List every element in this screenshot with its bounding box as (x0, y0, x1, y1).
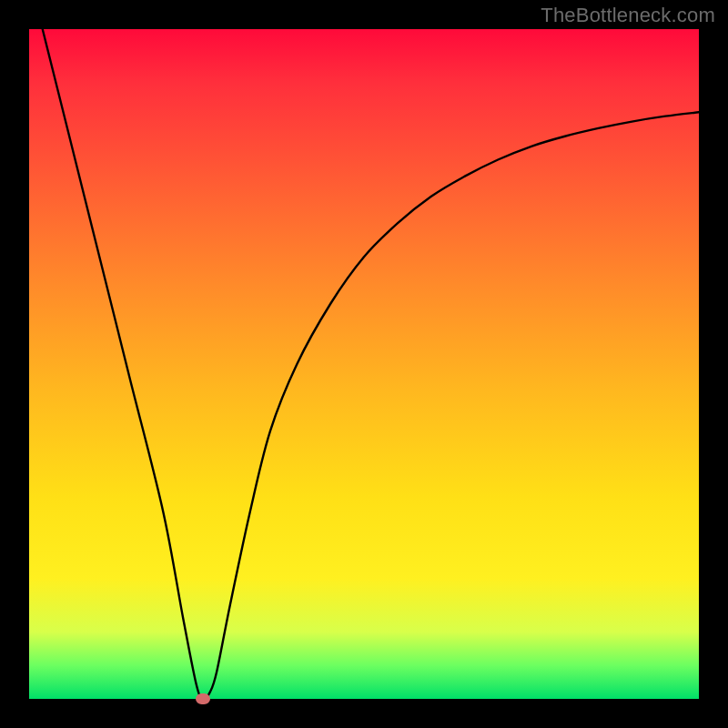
bottleneck-curve (29, 29, 699, 699)
watermark-text: TheBottleneck.com (541, 4, 715, 27)
curve-path (43, 29, 699, 699)
plot-area (29, 29, 699, 699)
min-marker-dot (196, 693, 210, 704)
chart-frame: TheBottleneck.com (0, 0, 728, 728)
